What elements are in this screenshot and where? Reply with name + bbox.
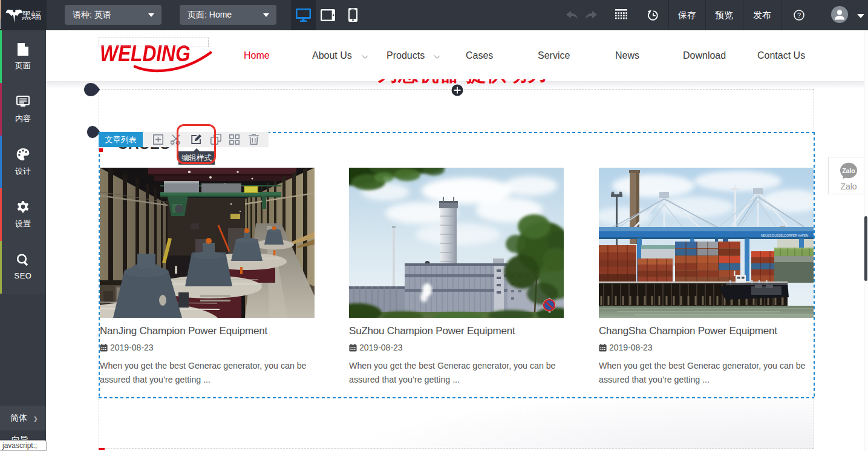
svg-text:NEUSS DUSSELDORFER HAFEN: NEUSS DUSSELDORFER HAFEN [761, 234, 808, 237]
svg-text:Zalo: Zalo [842, 167, 855, 174]
svg-text:?: ? [797, 12, 801, 19]
